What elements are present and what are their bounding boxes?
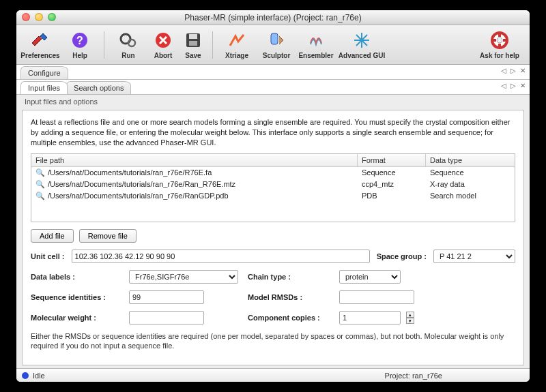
svg-rect-7 xyxy=(189,41,197,46)
file-format: Sequence xyxy=(358,167,426,179)
label-mol-weight: Molecular weight : xyxy=(31,314,119,322)
nav-right-icon[interactable]: ▷ xyxy=(511,82,516,89)
advanced-gui-button[interactable]: Advanced GUI xyxy=(336,30,388,59)
chevron-down-icon[interactable]: ▾ xyxy=(406,318,414,324)
mol-weight-input[interactable] xyxy=(129,311,204,325)
snowflake-icon xyxy=(351,30,372,50)
label-component-copies: Component copies : xyxy=(248,314,330,322)
table-row[interactable]: 🔍/Users/nat/Documents/tutorials/ran_r76e… xyxy=(31,179,515,190)
svg-text:?: ? xyxy=(76,35,83,46)
file-format: PDB xyxy=(358,190,426,202)
remove-file-button[interactable]: Remove file xyxy=(79,229,136,243)
col-header-format[interactable]: Format xyxy=(358,154,426,166)
zoom-icon[interactable] xyxy=(48,13,56,21)
file-path: /Users/nat/Documents/tutorials/ran_r76e/… xyxy=(44,179,358,190)
toolbar: Preferences ? Help Run Abort Save xyxy=(16,25,530,65)
input-panel: At least a reflections file and one or m… xyxy=(22,110,524,365)
gears-icon xyxy=(118,30,139,50)
chevron-up-icon[interactable]: ▴ xyxy=(406,312,414,318)
ensembler-button[interactable]: Ensembler xyxy=(296,30,336,59)
label-seq-identities: Sequence identities : xyxy=(31,293,119,301)
lifebuoy-icon xyxy=(489,30,510,50)
label-chain-type: Chain type : xyxy=(248,273,330,281)
file-path: /Users/nat/Documents/tutorials/ran_r76e/… xyxy=(44,167,358,179)
titlebar: Phaser-MR (simple interface) (Project: r… xyxy=(16,10,530,25)
nav-right-icon[interactable]: ▷ xyxy=(511,67,516,74)
panel-description: At least a reflections file and one or m… xyxy=(31,117,515,148)
file-path: /Users/nat/Documents/tutorials/ran_r76e/… xyxy=(44,190,358,202)
svg-rect-8 xyxy=(271,33,278,44)
app-window: Phaser-MR (simple interface) (Project: r… xyxy=(16,10,530,382)
tab-configure[interactable]: Configure xyxy=(20,66,68,79)
svg-point-14 xyxy=(497,37,502,43)
ask-for-help-button[interactable]: Ask for help xyxy=(474,30,526,59)
model-rmsds-input[interactable] xyxy=(339,290,414,304)
status-project: Project: ran_r76e xyxy=(385,372,442,380)
status-dot-icon xyxy=(22,372,29,379)
data-labels-select[interactable]: Fr76e,SIGFr76e xyxy=(129,270,238,284)
magnifier-icon[interactable]: 🔍 xyxy=(31,179,44,190)
svg-rect-6 xyxy=(189,34,197,39)
section-title: Input files and options xyxy=(25,97,530,106)
space-group-select[interactable]: P 41 21 2 xyxy=(433,250,515,263)
file-datatype: Search model xyxy=(426,190,515,202)
label-data-labels: Data labels : xyxy=(31,273,119,281)
tab-search-options[interactable]: Search options xyxy=(66,81,131,94)
table-row[interactable]: 🔍/Users/nat/Documents/tutorials/ran_r76e… xyxy=(31,167,515,179)
file-table: File path Format Data type 🔍/Users/nat/D… xyxy=(31,153,515,222)
nav-left-icon[interactable]: ◁ xyxy=(501,67,506,74)
close-icon[interactable] xyxy=(22,13,30,21)
file-format: ccp4_mtz xyxy=(358,179,426,190)
col-header-path[interactable]: File path xyxy=(31,154,358,166)
run-button[interactable]: Run xyxy=(109,30,148,59)
tab-input-files[interactable]: Input files xyxy=(20,81,68,94)
help-icon: ? xyxy=(70,30,90,50)
seq-identities-input[interactable] xyxy=(129,290,204,304)
magnifier-icon[interactable]: 🔍 xyxy=(31,190,44,202)
col-header-datatype[interactable]: Data type xyxy=(426,154,515,166)
window-title: Phaser-MR (simple interface) (Project: r… xyxy=(16,13,530,22)
ensembler-icon xyxy=(306,30,326,50)
abort-icon xyxy=(153,30,173,50)
panel-note: Either the RMSDs or sequence identities … xyxy=(31,331,515,352)
minimize-icon[interactable] xyxy=(35,13,43,21)
table-row[interactable]: 🔍/Users/nat/Documents/tutorials/ran_r76e… xyxy=(31,190,515,202)
close-tab-icon[interactable]: ✕ xyxy=(520,82,526,89)
unit-cell-input[interactable] xyxy=(72,250,370,263)
abort-button[interactable]: Abort xyxy=(148,30,178,59)
nav-left-icon[interactable]: ◁ xyxy=(501,82,506,89)
status-text: Idle xyxy=(33,372,45,380)
component-copies-input[interactable] xyxy=(339,311,401,325)
status-bar: Idle Project: ran_r76e xyxy=(16,368,530,382)
tabbar-top: Configure ◁ ▷ ✕ xyxy=(16,65,530,80)
file-datatype: Sequence xyxy=(426,167,515,179)
sculptor-button[interactable]: Sculptor xyxy=(257,30,296,59)
file-datatype: X-ray data xyxy=(426,179,515,190)
preferences-button[interactable]: Preferences xyxy=(20,30,60,59)
label-space-group: Space group : xyxy=(377,252,427,260)
help-button[interactable]: ? Help xyxy=(60,30,100,59)
save-button[interactable]: Save xyxy=(178,30,208,59)
chart-icon xyxy=(227,30,247,50)
tabbar-sub: Input files Search options ◁ ▷ ✕ xyxy=(16,80,530,95)
copies-stepper[interactable]: ▴ ▾ xyxy=(406,312,414,324)
add-file-button[interactable]: Add file xyxy=(31,229,74,243)
close-tab-icon[interactable]: ✕ xyxy=(520,67,526,74)
floppy-icon xyxy=(183,30,203,50)
magnifier-icon[interactable]: 🔍 xyxy=(31,167,44,179)
sculptor-icon xyxy=(266,30,287,50)
chain-type-select[interactable]: protein xyxy=(339,270,401,284)
label-unit-cell: Unit cell : xyxy=(31,252,65,260)
label-model-rmsds: Model RMSDs : xyxy=(248,293,330,301)
xtriage-button[interactable]: Xtriage xyxy=(217,30,257,59)
wrench-icon xyxy=(30,30,51,50)
